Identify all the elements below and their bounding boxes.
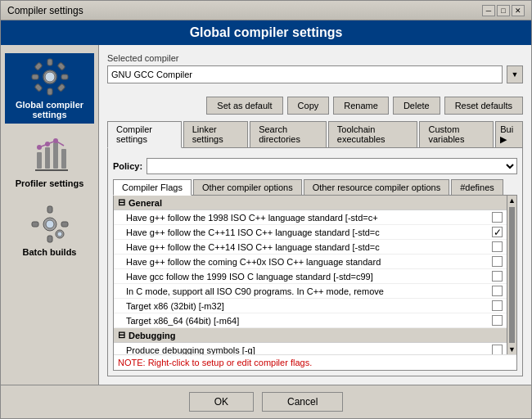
sidebar-global-compiler-label: Global compiler settings [9, 100, 90, 119]
sidebar-profiler-label: Profiler settings [16, 178, 84, 188]
sidebar-item-batch-builds[interactable]: Batch builds [5, 200, 94, 261]
tab-bui-label: Bui [500, 124, 513, 134]
rename-button[interactable]: Rename [333, 97, 389, 115]
selected-compiler-label: Selected compiler [107, 53, 523, 63]
svg-rect-22 [61, 222, 68, 227]
flag-checkbox-1[interactable]: ✓ [492, 227, 503, 237]
footer-buttons: OK Cancel [1, 385, 531, 418]
svg-rect-4 [61, 74, 68, 79]
svg-rect-2 [47, 88, 52, 95]
minimize-button[interactable]: ─ [482, 5, 495, 16]
sidebar-item-profiler[interactable]: Profiler settings [5, 132, 94, 192]
compiler-dropdown-arrow[interactable]: ▼ [507, 65, 523, 83]
scroll-thumb[interactable] [509, 207, 515, 343]
flag-checkbox-0[interactable] [492, 212, 503, 223]
flag-item-0: Have g++ follow the 1998 ISO C++ languag… [114, 210, 507, 225]
inner-tab-other-resource[interactable]: Other resource compiler options [304, 179, 450, 195]
scroll-down-arrow[interactable]: ▼ [507, 345, 516, 354]
group-label-general: General [128, 198, 162, 208]
group-collapse-general[interactable]: ⊟ [118, 197, 125, 208]
flag-label-3: Have g++ follow the coming C++0x ISO C++… [126, 257, 492, 267]
scroll-up-arrow[interactable]: ▲ [507, 196, 516, 205]
window-title: Compiler settings [7, 5, 83, 16]
flag-item-5: In C mode, support all ISO C90 programs.… [114, 284, 507, 299]
flag-label-5: In C mode, support all ISO C90 programs.… [126, 286, 492, 296]
sidebar-batch-builds-label: Batch builds [22, 247, 76, 257]
tab-toolchain-executables[interactable]: Toolchain executables [328, 121, 418, 147]
flag-checkbox-4[interactable] [492, 271, 503, 282]
gear-icon [30, 57, 70, 97]
inner-tab-compiler-flags[interactable]: Compiler Flags [113, 179, 192, 196]
flag-checkbox-7[interactable] [492, 315, 503, 326]
flag-item-debug-0: Produce debugging symbols [-g] [114, 343, 507, 354]
delete-button[interactable]: Delete [393, 97, 440, 115]
main-content: Global compiler settings Profiler settin… [1, 45, 531, 385]
flags-scroll[interactable]: ⊟ General Have g++ follow the 1998 ISO C… [114, 196, 507, 354]
compiler-dropdown-input[interactable] [107, 65, 503, 83]
svg-rect-7 [34, 83, 43, 92]
flag-item-1: Have g++ follow the C++11 ISO C++ langua… [114, 225, 507, 240]
batch-builds-icon [30, 205, 70, 244]
flag-label-0: Have g++ follow the 1998 ISO C++ languag… [126, 213, 492, 223]
flag-item-7: Target x86_64 (64bit) [-m64] [114, 313, 507, 328]
group-header-general: ⊟ General [114, 196, 507, 210]
flags-scroll-container: ⊟ General Have g++ follow the 1998 ISO C… [114, 196, 516, 354]
content-area: Selected compiler ▼ Set as default Copy … [99, 45, 531, 385]
flag-checkbox-2[interactable] [492, 241, 503, 252]
flag-item-2: Have g++ follow the C++14 ISO C++ langua… [114, 240, 507, 255]
svg-point-23 [46, 220, 54, 228]
compiler-select-section: Selected compiler ▼ [107, 53, 523, 90]
cancel-button[interactable]: Cancel [262, 392, 343, 412]
flag-checkbox-5[interactable] [492, 286, 503, 296]
ok-button[interactable]: OK [189, 392, 254, 412]
tab-compiler-settings[interactable]: Compiler settings [107, 121, 182, 148]
flag-item-3: Have g++ follow the coming C++0x ISO C++… [114, 255, 507, 269]
inner-tab-defines[interactable]: #defines [451, 179, 503, 195]
note-text: NOTE: Right-click to setup or edit compi… [114, 354, 516, 370]
policy-label: Policy: [113, 161, 142, 171]
svg-rect-8 [57, 83, 65, 92]
title-bar-controls: ─ □ ✕ [482, 5, 525, 16]
compiler-dropdown-row: ▼ [107, 65, 523, 83]
flag-label-2: Have g++ follow the C++14 ISO C++ langua… [126, 242, 492, 252]
close-button[interactable]: ✕ [512, 5, 525, 16]
tab-search-directories[interactable]: Search directories [250, 121, 327, 147]
set-as-default-button[interactable]: Set as default [206, 97, 282, 115]
flag-label-1: Have g++ follow the C++11 ISO C++ langua… [126, 228, 492, 237]
svg-rect-3 [32, 74, 38, 79]
flag-checkbox-debug-0[interactable] [492, 345, 503, 354]
flag-checkbox-6[interactable] [492, 300, 503, 311]
svg-rect-13 [61, 149, 66, 169]
policy-select[interactable] [147, 158, 517, 174]
flags-scrollbar[interactable]: ▲ ▼ [507, 196, 516, 354]
svg-point-9 [45, 72, 55, 82]
inner-tab-other-compiler[interactable]: Other compiler options [193, 179, 302, 195]
main-tabs: Compiler settings Linker settings Search… [107, 121, 523, 148]
svg-point-25 [57, 232, 62, 237]
group-label-debugging: Debugging [128, 331, 175, 340]
flag-label-debug-0: Produce debugging symbols [-g] [126, 345, 492, 355]
svg-rect-11 [45, 147, 50, 169]
flag-item-6: Target x86 (32bit) [-m32] [114, 299, 507, 313]
maximize-button[interactable]: □ [497, 5, 510, 16]
svg-rect-1 [47, 59, 52, 65]
tab-custom-variables[interactable]: Custom variables [419, 121, 494, 147]
svg-rect-20 [47, 236, 52, 242]
group-collapse-debugging[interactable]: ⊟ [118, 330, 125, 340]
svg-rect-5 [34, 62, 43, 70]
copy-button[interactable]: Copy [287, 97, 330, 115]
svg-rect-19 [47, 206, 52, 213]
sidebar: Global compiler settings Profiler settin… [1, 45, 99, 385]
svg-rect-12 [53, 142, 58, 169]
tab-more-arrow: ▶ [500, 134, 507, 144]
tab-more-button[interactable]: Bui ▶ [495, 121, 523, 147]
tab-linker-settings[interactable]: Linker settings [183, 121, 248, 147]
flags-panel: ⊟ General Have g++ follow the 1998 ISO C… [113, 196, 517, 371]
flag-label-6: Target x86 (32bit) [-m32] [126, 301, 492, 311]
profiler-icon [30, 136, 70, 175]
reset-defaults-button[interactable]: Reset defaults [444, 97, 523, 115]
compiler-settings-window: Compiler settings ─ □ ✕ Global compiler … [0, 0, 532, 419]
flag-checkbox-3[interactable] [492, 256, 503, 267]
sidebar-item-global-compiler[interactable]: Global compiler settings [5, 53, 94, 124]
flag-label-4: Have gcc follow the 1999 ISO C language … [126, 272, 492, 282]
